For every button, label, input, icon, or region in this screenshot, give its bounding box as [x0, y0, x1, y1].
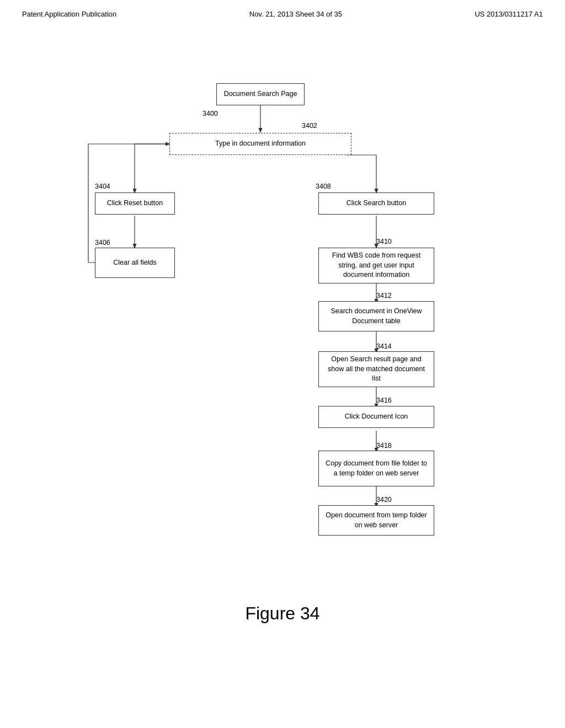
- label-3406: 3406: [95, 239, 110, 247]
- header-center: Nov. 21, 2013 Sheet 34 of 35: [249, 10, 342, 18]
- page-header: Patent Application Publication Nov. 21, …: [0, 0, 565, 23]
- label-3402: 3402: [302, 122, 317, 130]
- label-3400: 3400: [202, 110, 218, 117]
- node-3414: Open Search result page and show all the…: [318, 351, 434, 387]
- node-3404: Click Reset button: [95, 192, 175, 215]
- node-3408: Click Search button: [318, 192, 434, 215]
- node-3416: Click Document Icon: [318, 406, 434, 428]
- header-right: US 2013/0311217 A1: [475, 10, 543, 18]
- header-left: Patent Application Publication: [22, 10, 116, 18]
- label-3420: 3420: [376, 496, 392, 504]
- label-3416: 3416: [376, 397, 392, 404]
- label-3414: 3414: [376, 342, 392, 350]
- label-3412: 3412: [376, 292, 392, 299]
- node-3402: Type in document information: [169, 133, 351, 155]
- node-3418: Copy document from file folder to a temp…: [318, 451, 434, 486]
- label-3404: 3404: [95, 183, 110, 190]
- label-3410: 3410: [376, 238, 392, 245]
- node-3400: Document Search Page: [216, 83, 305, 105]
- node-3410: Find WBS code from request string, and g…: [318, 248, 434, 283]
- label-3408: 3408: [316, 183, 331, 190]
- label-3418: 3418: [376, 442, 392, 449]
- node-3406: Clear all fields: [95, 248, 175, 278]
- node-3420: Open document from temp folder on web se…: [318, 505, 434, 536]
- figure-caption: Figure 34: [0, 603, 565, 624]
- node-3412: Search document in OneView Document tabl…: [318, 301, 434, 331]
